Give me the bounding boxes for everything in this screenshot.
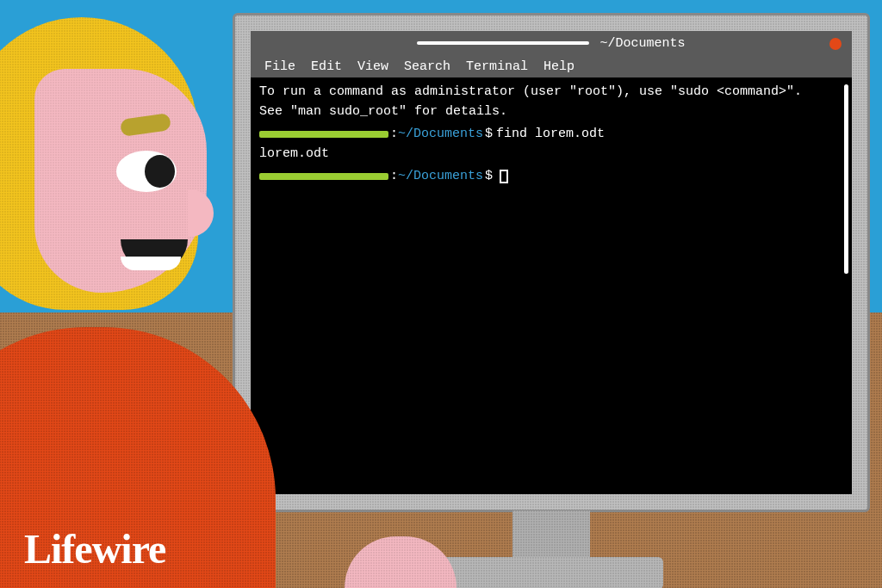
command-text: find lorem.odt <box>496 125 605 145</box>
command-output: lorem.odt <box>259 145 843 164</box>
person-illustration <box>0 17 293 588</box>
menu-help[interactable]: Help <box>538 58 580 76</box>
prompt-dollar: $ <box>485 125 493 145</box>
illustration-scene: ~/Documents File Edit View Search Termin… <box>0 0 882 588</box>
lifewire-logo: Lifewire <box>24 525 165 573</box>
scrollbar[interactable] <box>844 84 848 274</box>
prompt-colon: : <box>390 167 398 187</box>
menu-search[interactable]: Search <box>399 58 456 76</box>
prompt-colon: : <box>390 125 398 145</box>
motd-line-1: To run a command as administrator (user … <box>259 83 843 102</box>
cursor-icon <box>500 170 508 183</box>
monitor: ~/Documents File Edit View Search Termin… <box>233 13 870 512</box>
prompt-line-2: : ~/Documents $ <box>259 167 843 187</box>
monitor-stand-base <box>439 557 663 588</box>
terminal-body[interactable]: To run a command as administrator (user … <box>251 77 852 494</box>
close-icon[interactable] <box>829 38 842 50</box>
monitor-stand-neck <box>512 511 590 562</box>
motd-line-2: See "man sudo_root" for details. <box>259 102 843 122</box>
terminal-window: ~/Documents File Edit View Search Termin… <box>251 31 852 494</box>
window-titlebar[interactable]: ~/Documents <box>251 31 852 55</box>
menu-edit[interactable]: Edit <box>306 58 347 76</box>
window-title-path: ~/Documents <box>599 36 685 51</box>
titlebar-line-decoration <box>417 41 589 45</box>
menu-view[interactable]: View <box>352 58 394 76</box>
prompt-path: ~/Documents <box>398 167 483 187</box>
prompt-line-1: : ~/Documents $ find lorem.odt <box>259 125 843 145</box>
menu-terminal[interactable]: Terminal <box>461 58 533 76</box>
eye-pupil <box>145 155 175 188</box>
monitor-bezel: ~/Documents File Edit View Search Termin… <box>233 13 870 512</box>
prompt-dollar: $ <box>485 167 493 187</box>
menu-bar: File Edit View Search Terminal Help <box>251 55 852 77</box>
prompt-path: ~/Documents <box>398 125 483 145</box>
nose <box>188 189 214 237</box>
